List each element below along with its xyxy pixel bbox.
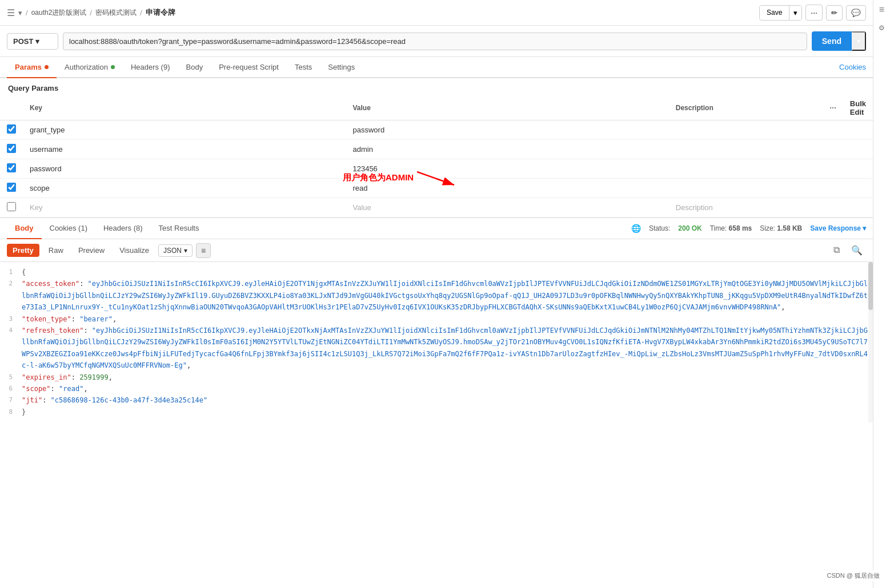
- row-value-cell[interactable]: password: [346, 120, 668, 140]
- row-checkbox[interactable]: [7, 124, 16, 134]
- json-string-value: "eyJhbGciOiJSUzI1NiIsInR5cCI6IkpXVCJ9.ey…: [22, 280, 868, 311]
- row-desc-cell[interactable]: [669, 120, 823, 140]
- comment-button[interactable]: 💬: [846, 5, 866, 21]
- save-button[interactable]: Save: [760, 6, 789, 19]
- scrollbar[interactable]: [868, 262, 873, 422]
- response-tab-cookies[interactable]: Cookies (1): [42, 218, 95, 239]
- col-header-dots[interactable]: ···: [829, 103, 836, 112]
- params-section: Query Params Key Value Description ··· B…: [0, 78, 873, 218]
- tab-headers-label: Headers (9): [131, 63, 170, 71]
- empty-value-cell[interactable]: Value: [346, 198, 668, 218]
- row-checkbox[interactable]: [7, 163, 16, 172]
- send-button-group: Send ▾: [812, 31, 866, 51]
- response-tab-test-results[interactable]: Test Results: [151, 218, 207, 239]
- more-options-button[interactable]: ···: [805, 5, 823, 21]
- tab-prerequest[interactable]: Pre-request Script: [211, 57, 287, 78]
- line-number: 2: [5, 278, 22, 289]
- row-key-cell[interactable]: grant_type: [23, 120, 346, 140]
- send-button[interactable]: Send: [812, 32, 852, 50]
- url-bar: POST ▾ Send ▾: [0, 26, 873, 57]
- json-format-select[interactable]: JSON ▾: [158, 244, 193, 257]
- scrollbar-thumb[interactable]: [868, 262, 873, 310]
- row-value-cell[interactable]: read: [346, 179, 668, 198]
- right-sidebar: ≡ ⚙: [873, 0, 890, 422]
- row-checkbox-cell[interactable]: [0, 159, 23, 179]
- tab-authorization[interactable]: Authorization: [57, 57, 123, 78]
- format-tab-pretty[interactable]: Pretty: [7, 244, 39, 257]
- json-line: 6"scope": "read",: [0, 383, 873, 394]
- collection-icon: ☰: [7, 7, 15, 18]
- json-key: "token_type": [22, 315, 71, 323]
- empty-checkbox-cell[interactable]: [0, 198, 23, 218]
- tab-params[interactable]: Params: [7, 57, 57, 78]
- line-content: "scope": "read",: [22, 383, 868, 394]
- sidebar-icon-1[interactable]: ≡: [879, 5, 884, 15]
- json-line: 1{: [0, 267, 873, 278]
- row-actions-cell: [823, 120, 843, 140]
- empty-desc-cell[interactable]: Description: [669, 198, 823, 218]
- col-header-description: Description: [669, 96, 823, 120]
- col-header-key: Key: [23, 96, 346, 120]
- json-key: "scope": [22, 385, 51, 393]
- row-value-cell[interactable]: 123456: [346, 159, 668, 179]
- row-extra-cell: [843, 159, 873, 179]
- row-checkbox[interactable]: [7, 144, 16, 153]
- line-content: "jti": "c5868698-126c-43b0-a47f-3d4e3a25…: [22, 394, 868, 406]
- tab-headers[interactable]: Headers (9): [123, 57, 178, 78]
- response-tab-headers[interactable]: Headers (8): [95, 218, 151, 239]
- tab-body[interactable]: Body: [178, 57, 211, 78]
- tab-tests[interactable]: Tests: [287, 57, 320, 78]
- breadcrumb-part1[interactable]: oauth2进阶版测试: [31, 8, 87, 18]
- filter-button[interactable]: ≡: [196, 243, 211, 258]
- row-desc-cell[interactable]: [669, 179, 823, 198]
- url-input[interactable]: [63, 33, 807, 50]
- time-label: Time: 658 ms: [710, 224, 752, 232]
- sidebar-icon-2[interactable]: ⚙: [879, 24, 885, 32]
- format-tab-visualize[interactable]: Visualize: [114, 244, 155, 257]
- response-tab-body[interactable]: Body: [7, 218, 42, 239]
- row-key-cell[interactable]: scope: [23, 179, 346, 198]
- json-string-value: "bearer": [79, 315, 113, 323]
- method-select[interactable]: POST ▾: [7, 33, 58, 50]
- row-desc-cell[interactable]: [669, 159, 823, 179]
- json-string-value: "eyJhbGciOiJSUzI1NiIsInR5cCI6IkpXVCJ9.ey…: [22, 327, 868, 369]
- row-checkbox-cell[interactable]: [0, 140, 23, 159]
- save-response-button[interactable]: Save Response ▾: [810, 224, 866, 232]
- row-desc-cell[interactable]: [669, 140, 823, 159]
- top-bar: ☰ ▾ / oauth2进阶版测试 / 密码模式测试 / 申请令牌 Save ▾…: [0, 0, 873, 26]
- time-value: 658 ms: [729, 224, 752, 232]
- dropdown-arrow[interactable]: ▾: [18, 9, 22, 17]
- json-content-area: 1{2"access_token": "eyJhbGciOiJSUzI1NiIs…: [0, 262, 873, 422]
- row-checkbox[interactable]: [7, 183, 16, 192]
- tab-authorization-label: Authorization: [65, 63, 108, 71]
- method-dropdown-arrow: ▾: [35, 37, 39, 46]
- tab-settings[interactable]: Settings: [320, 57, 363, 78]
- row-key-cell[interactable]: username: [23, 140, 346, 159]
- row-key-cell[interactable]: password: [23, 159, 346, 179]
- empty-key-cell[interactable]: Key: [23, 198, 346, 218]
- row-checkbox-cell[interactable]: [0, 179, 23, 198]
- copy-icon[interactable]: ⧉: [830, 243, 843, 258]
- empty-checkbox[interactable]: [7, 202, 16, 211]
- send-dropdown-arrow[interactable]: ▾: [852, 31, 866, 51]
- edit-button[interactable]: ✏: [826, 5, 843, 21]
- row-value-cell[interactable]: admin: [346, 140, 668, 159]
- json-key: "access_token": [22, 280, 79, 288]
- row-extra-cell: [843, 179, 873, 198]
- row-checkbox-cell[interactable]: [0, 120, 23, 140]
- search-icon[interactable]: 🔍: [848, 243, 866, 258]
- cookies-link[interactable]: Cookies: [839, 63, 866, 71]
- format-bar: Pretty Raw Preview Visualize JSON ▾ ≡ ⧉ …: [0, 239, 873, 262]
- breadcrumb-part2[interactable]: 密码模式测试: [95, 8, 137, 18]
- format-tab-preview[interactable]: Preview: [73, 244, 110, 257]
- status-value: 200 OK: [678, 224, 701, 232]
- row-extra-cell: [843, 140, 873, 159]
- json-number-value: 2591999: [79, 373, 109, 381]
- save-dropdown-arrow[interactable]: ▾: [789, 6, 801, 20]
- format-tab-raw[interactable]: Raw: [43, 244, 69, 257]
- json-line: 2"access_token": "eyJhbGciOiJSUzI1NiIsIn…: [0, 278, 873, 313]
- line-number: 5: [5, 372, 22, 383]
- size-label: Size: 1.58 KB: [760, 224, 802, 232]
- line-number: 8: [5, 406, 22, 418]
- bulk-edit-button[interactable]: Bulk Edit: [850, 99, 866, 116]
